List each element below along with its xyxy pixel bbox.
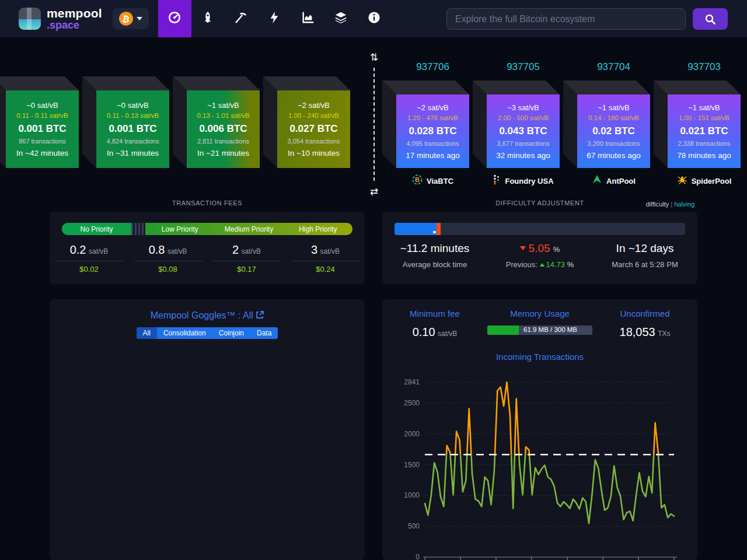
mempool-block[interactable]: ~1 sat/vB0.13 - 1.01 sat/vB0.006 BTC2,81… [187,90,260,168]
median-fee: ~0 sat/vB [26,101,58,110]
goggles-tab-all[interactable]: All [137,327,157,339]
block-height-link[interactable]: 937705 [487,61,560,73]
nav-dashboard-gauge-tab[interactable] [158,0,191,37]
minimum-fee-label[interactable]: Minimum fee [382,309,487,318]
mined-time: 78 minutes ago [677,151,731,160]
mempool-block[interactable]: ~0 sat/vB0.11 - 0.11 sat/vB0.001 BTC867 … [6,90,79,168]
svg-text:B: B [415,176,420,183]
dashboard-gauge-icon [168,11,181,26]
mining-pool-link[interactable]: Foundry USA [481,174,566,187]
mining-pool-link[interactable]: BViaBTC [390,174,475,187]
median-fee: ~2 sat/vB [298,101,330,110]
pool-name: ViaBTC [427,177,453,186]
nav-info-tab[interactable] [358,0,391,37]
no-priority-segment[interactable]: No Priority [62,223,131,235]
median-fee: ~1 sat/vB [688,103,720,112]
block-left-face [263,76,277,168]
chevron-down-icon [137,17,142,20]
memory-usage-bar: 61.9 MB / 300 MB [487,326,592,335]
goggles-tab-consolidation[interactable]: Consolidation [157,327,212,339]
halving-link[interactable]: halving [674,201,694,208]
mining-pool-link[interactable]: AntPool [571,174,656,187]
median-fee: ~2 sat/vB [417,103,449,112]
rocket-icon [201,11,214,26]
search-input[interactable] [446,8,686,30]
blockchain-block[interactable]: ~1 sat/vB1.00 - 151 sat/vB0.021 BTC2,338… [668,94,741,168]
high-priority-segment[interactable]: High Priority [284,223,352,235]
nav-mining-pickaxe-tab[interactable] [225,0,258,37]
block-height-link[interactable]: 937703 [668,61,741,73]
difficulty-epoch-marker [437,223,441,235]
mempool-block[interactable]: ~0 sat/vB0.11 - 0.13 sat/vB0.001 BTC4,82… [96,90,169,168]
memory-usage-fill [487,326,519,335]
goggles-tab-data[interactable]: Data [250,327,278,339]
mined-time: 32 minutes ago [496,151,550,160]
block-top-face [563,80,650,94]
transaction-count: 3,677 transactions [497,140,550,147]
fee-estimate: 3 sat/vB$0.24 [286,243,365,274]
nav-layers-tab[interactable] [324,0,358,37]
total-fees: 0.043 BTC [499,125,547,137]
difficulty-adjustment-panel: ~11.2 minutes Average block time 5.05 % … [382,212,697,284]
fee-range: 1.00 - 151 sat/vB [679,114,729,121]
transaction-count: 4,824 transactions [107,138,159,145]
svg-text:2000: 2000 [404,430,420,438]
fee-usd: $0.17 [207,265,286,274]
mempool-logo[interactable]: mempool .space [19,7,102,30]
nav-statistics-chart-tab[interactable] [291,0,324,37]
fee-range: 0.11 - 0.13 sat/vB [107,112,159,119]
average-block-time-value: ~11.2 minutes [382,242,487,255]
layers-icon [334,11,347,26]
median-fee: ~1 sat/vB [598,103,630,112]
lightning-icon [268,11,281,26]
block-top-face [382,80,469,94]
fee-bar-gap [131,223,145,235]
mempool-block[interactable]: ~2 sat/vB1.00 - 240 sat/vB0.027 BTC3,054… [277,90,350,168]
retarget-eta: In ~12 days [592,242,697,255]
nav-rocket-tab[interactable] [191,0,225,37]
eta: In ~10 minutes [288,149,340,158]
total-fees: 0.001 BTC [18,123,66,135]
pool-name: Foundry USA [505,177,553,186]
median-fee: ~3 sat/vB [507,103,539,112]
mempool-goggles-link[interactable]: Mempool Goggles™ : All [50,310,365,321]
eta: In ~21 minutes [197,149,249,158]
foundry-usa-pool-icon [493,174,501,187]
difficulty-progress-bar[interactable] [395,223,685,235]
fee-usd: $0.24 [286,265,365,274]
blockchain-block[interactable]: ~1 sat/vB0.14 - 180 sat/vB0.02 BTC3,200 … [577,94,650,168]
up-down-arrows-icon: ⇅ [367,51,381,64]
info-icon [368,11,381,26]
difficulty-link[interactable]: difficulty [646,201,669,208]
network-selector-dropdown[interactable]: ₿ [113,8,149,29]
incoming-transactions-link[interactable]: Incoming Transactions [382,352,697,362]
unconfirmed-label[interactable]: Unconfirmed [592,309,697,318]
memory-usage-label[interactable]: Memory Usage [487,309,592,318]
top-navbar: mempool .space ₿ [0,0,747,37]
block-height-link[interactable]: 937706 [396,61,469,73]
eta: In ~42 minutes [16,149,68,158]
nav-lightning-tab[interactable] [258,0,291,37]
swap-arrows-icon: ⇄ [367,186,381,198]
search-button[interactable] [693,8,728,30]
fee-estimate: 2 sat/vB$0.17 [207,243,286,274]
low-priority-segment[interactable]: Low Priority [145,223,214,235]
brand-name: mempool [47,7,102,19]
fee-range: 1.20 - 476 sat/vB [407,114,458,121]
blockchain-block[interactable]: ~2 sat/vB1.20 - 476 sat/vB0.028 BTC4,095… [396,94,469,168]
svg-text:2500: 2500 [404,399,420,407]
total-fees: 0.02 BTC [592,125,635,137]
blockchain-block[interactable]: ~3 sat/vB2.00 - 500 sat/vB0.043 BTC3,677… [487,94,560,168]
goggles-tab-coinjoin[interactable]: Coinjoin [212,327,250,339]
priority-segments: Low Priority Medium Priority High Priori… [145,223,352,235]
difficulty-halving-links: difficulty|halving [646,201,694,208]
medium-priority-segment[interactable]: Medium Priority [214,223,283,235]
mining-pool-link[interactable]: SpiderPool [662,174,746,187]
average-block-time-label: Average block time [382,260,487,269]
fee-range: 2.00 - 500 sat/vB [498,114,549,121]
mined-time: 67 minutes ago [587,151,640,160]
block-height-link[interactable]: 937704 [577,61,650,73]
transaction-count: 2,811 transactions [197,138,249,145]
transaction-fees-panel: No Priority Low Priority Medium Priority… [50,212,365,284]
fee-estimate: 0.2 sat/vB$0.02 [50,243,128,274]
